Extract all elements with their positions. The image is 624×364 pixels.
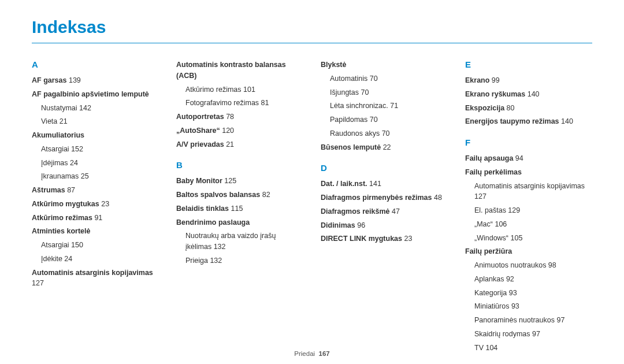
section-letter: A <box>32 60 159 69</box>
entry-label: Kategorija <box>474 289 507 297</box>
entry-page: 24 <box>68 159 78 167</box>
entry-label: Prieiga <box>185 257 208 265</box>
index-entry: Failų apsauga 94 <box>465 153 592 164</box>
entry-page: 129 <box>506 206 520 214</box>
entry-page: 94 <box>513 154 523 162</box>
entry-page: 120 <box>220 127 234 135</box>
entry-label: Įdėkite <box>41 255 62 263</box>
entry-label: Atsargiai <box>41 241 69 249</box>
entry-label: Dat. / laik.nst. <box>321 180 367 188</box>
entry-label: Atkūrimo mygtukas <box>32 200 99 208</box>
entry-label: Ekrano <box>465 76 489 84</box>
index-subentry: Aplankas 92 <box>474 274 592 285</box>
entry-page: 127 <box>32 279 44 287</box>
page-footer: Priedai 167 <box>0 350 624 357</box>
entry-page: 87 <box>65 186 75 194</box>
section-letter: D <box>321 163 448 173</box>
entry-page: 92 <box>504 275 514 283</box>
entry-label: Raudonos akys <box>330 129 380 138</box>
entry-label: Ekrano ryškumas <box>465 90 525 98</box>
entry-page: 48 <box>432 194 441 202</box>
index-entry: Energijos taupymo režimas 140 <box>465 116 592 127</box>
index-subentry: Nustatymai 142 <box>41 103 159 114</box>
index-subentry: Atsargiai 150 <box>41 240 159 251</box>
index-subentry: Įkraunamas 25 <box>41 171 159 182</box>
entry-page: 91 <box>92 214 102 222</box>
entry-page: 24 <box>62 255 72 263</box>
entry-page: 140 <box>525 90 539 98</box>
index-subentry: Raudonos akys 70 <box>330 128 448 139</box>
entry-page: 96 <box>355 221 365 229</box>
entry-label: Išjungtas <box>330 88 359 96</box>
index-entry: Baby Monitor 125 <box>176 176 303 187</box>
entry-label: Diafragmos pirmenybės režimas <box>321 194 432 202</box>
entry-label: „Mac“ <box>474 220 493 228</box>
index-entry: Bendrinimo paslauga <box>176 217 303 228</box>
entry-page: 101 <box>242 86 255 94</box>
entry-label: Atsargiai <box>41 145 69 153</box>
entry-page: 127 <box>474 192 486 200</box>
entry-label: Energijos taupymo režimas <box>465 117 559 125</box>
index-entry: Atkūrimo mygtukas 23 <box>32 199 159 210</box>
entry-page: 80 <box>504 104 514 112</box>
entry-label: Automatinis kontrasto balansas (ACB) <box>176 61 286 80</box>
index-entry: Aštrumas 87 <box>32 185 159 196</box>
entry-label: Animuotos nuotraukos <box>474 261 546 269</box>
entry-label: Baby Monitor <box>176 177 222 185</box>
entry-page: 132 <box>211 243 225 251</box>
entry-label: „Windows“ <box>474 234 508 242</box>
index-subentry: Nuotraukų arba vaizdo įrašų įkėlimas 132 <box>185 231 303 252</box>
entry-label: Aštrumas <box>32 186 65 194</box>
index-entry: Automatinis kontrasto balansas (ACB) <box>176 60 303 81</box>
entry-label: Diafragmos reikšmė <box>321 207 390 216</box>
index-entry: Dat. / laik.nst. 141 <box>321 179 448 190</box>
entry-label: Lėta sinchronizac. <box>330 102 388 110</box>
column-2: Automatinis kontrasto balansas (ACB)Atkū… <box>176 60 303 356</box>
index-subentry: „Windows“ 105 <box>474 233 592 244</box>
entry-page: 21 <box>224 140 234 148</box>
entry-label: DIRECT LINK mygtukas <box>321 235 402 243</box>
index-entry: Akumuliatorius <box>32 130 159 141</box>
index-entry: Autoportretas 78 <box>176 112 303 122</box>
entry-label: Failų apsauga <box>465 154 513 162</box>
entry-label: Fotografavimo režimas <box>185 99 259 107</box>
entry-page: 139 <box>66 76 80 84</box>
index-columns: AAF garsas 139AF pagalbinio apšvietimo l… <box>32 60 592 356</box>
index-subentry: Fotografavimo režimas 81 <box>185 98 303 109</box>
entry-page: 132 <box>208 257 222 265</box>
index-entry: Didinimas 96 <box>321 220 448 231</box>
entry-page: 150 <box>69 241 83 249</box>
index-subentry: Panoraminės nuotraukos 97 <box>474 315 592 326</box>
section-letter: F <box>465 138 592 147</box>
index-entry: Diafragmos pirmenybės režimas 48 <box>321 192 448 203</box>
entry-label: Aplankas <box>474 275 504 283</box>
index-subentry: Atsargiai 152 <box>41 144 159 155</box>
index-entry: „AutoShare“ 120 <box>176 125 303 136</box>
index-entry: AF garsas 139 <box>32 75 159 86</box>
index-subentry: Įdėjimas 24 <box>41 158 159 169</box>
index-entry: Ekrano ryškumas 140 <box>465 89 592 100</box>
entry-label: Įkraunamas <box>41 172 79 180</box>
index-entry: Failų perkėlimas <box>465 167 592 178</box>
index-subentry: Miniatiūros 93 <box>474 301 592 312</box>
index-entry: Ekspozicija 80 <box>465 103 592 114</box>
index-entry: AF pagalbinio apšvietimo lemputė <box>32 89 159 100</box>
entry-label: El. paštas <box>474 206 506 214</box>
entry-label: Automatinis atsarginis kopijavimas <box>32 269 153 277</box>
index-entry: DIRECT LINK mygtukas 23 <box>321 233 448 244</box>
entry-label: Nustatymai <box>41 104 77 112</box>
entry-page: 70 <box>380 129 389 138</box>
entry-page: 106 <box>493 220 507 228</box>
index-entry: Blykstė <box>321 60 448 70</box>
index-subentry: „Mac“ 106 <box>474 219 592 230</box>
entry-label: Failų peržiūra <box>465 247 512 255</box>
entry-page: 99 <box>489 76 499 84</box>
index-entry: Failų peržiūra <box>465 246 592 257</box>
index-subentry: Prieiga 132 <box>185 255 303 266</box>
entry-label: Vieta <box>41 117 57 125</box>
index-subentry: El. paštas 129 <box>474 205 592 216</box>
entry-label: Bendrinimo paslauga <box>176 218 250 226</box>
index-entry: Automatinis atsarginis kopijavimas 127 <box>32 268 159 289</box>
entry-label: Automatinis atsarginis kopijavimas <box>474 182 585 190</box>
index-entry: A/V prievadas 21 <box>176 139 303 150</box>
